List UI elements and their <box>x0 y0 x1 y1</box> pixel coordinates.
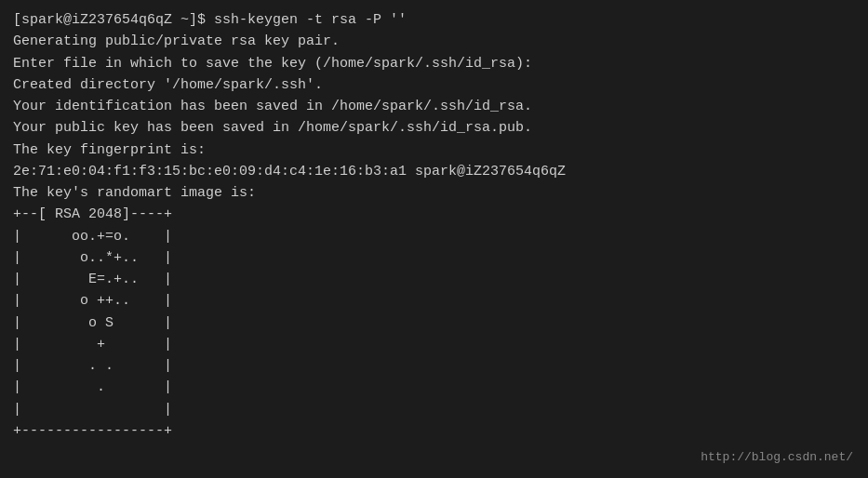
terminal-window: [spark@iZ237654q6qZ ~]$ ssh-keygen -t rs… <box>0 0 868 478</box>
watermark: http://blog.csdn.net/ <box>701 448 853 467</box>
terminal-output: [spark@iZ237654q6qZ ~]$ ssh-keygen -t rs… <box>13 9 855 442</box>
